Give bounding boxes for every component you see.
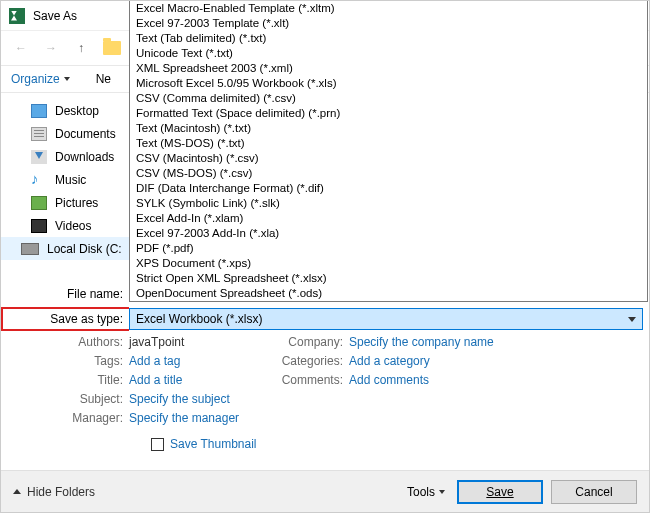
company-value[interactable]: Specify the company name: [349, 335, 494, 349]
savetype-field[interactable]: Excel Workbook (*.xlsx): [129, 308, 643, 330]
sidebar-item-disk[interactable]: Local Disk (C:: [1, 237, 129, 260]
chevron-down-icon: [628, 317, 636, 322]
subject-value[interactable]: Specify the subject: [129, 392, 279, 406]
sidebar-item-label: Local Disk (C:: [47, 242, 122, 256]
folder-icon: [103, 41, 121, 55]
categories-value[interactable]: Add a category: [349, 354, 494, 368]
file-type-option[interactable]: XML Spreadsheet 2003 (*.xml): [130, 61, 647, 76]
chevron-down-icon: [64, 77, 70, 81]
chevron-up-icon: [13, 489, 21, 494]
save-thumbnail-label: Save Thumbnail: [170, 437, 257, 451]
desktop-icon: [31, 104, 47, 118]
organize-button[interactable]: Organize: [11, 72, 70, 86]
sidebar-item-desktop[interactable]: Desktop: [1, 99, 129, 122]
file-type-option[interactable]: Unicode Text (*.txt): [130, 46, 647, 61]
subject-label: Subject:: [1, 392, 129, 406]
tags-value[interactable]: Add a tag: [129, 354, 279, 368]
title-value[interactable]: Add a title: [129, 373, 279, 387]
savetype-label: Save as type:: [1, 307, 129, 331]
authors-label: Authors:: [1, 335, 129, 349]
comments-label: Comments:: [279, 373, 349, 387]
metadata-grid: Authors: javaTpoint Company: Specify the…: [1, 335, 494, 425]
categories-label: Categories:: [279, 354, 349, 368]
comments-value[interactable]: Add comments: [349, 373, 494, 387]
file-type-option[interactable]: Formatted Text (Space delimited) (*.prn): [130, 106, 647, 121]
hide-folders-label: Hide Folders: [27, 485, 95, 499]
file-type-option[interactable]: OpenDocument Spreadsheet (*.ods): [130, 286, 647, 301]
filename-label: File name:: [1, 287, 129, 301]
tags-label: Tags:: [1, 354, 129, 368]
file-type-option[interactable]: DIF (Data Interchange Format) (*.dif): [130, 181, 647, 196]
file-type-option[interactable]: Text (Macintosh) (*.txt): [130, 121, 647, 136]
file-type-option[interactable]: CSV (Macintosh) (*.csv): [130, 151, 647, 166]
sidebar-item-label: Desktop: [55, 104, 99, 118]
manager-label: Manager:: [1, 411, 129, 425]
tools-label: Tools: [407, 485, 435, 499]
save-button[interactable]: Save: [457, 480, 543, 504]
disk-icon: [21, 243, 39, 255]
sidebar-item-label: Documents: [55, 127, 116, 141]
hide-folders-button[interactable]: Hide Folders: [13, 485, 95, 499]
sidebar-item-music[interactable]: Music: [1, 168, 129, 191]
sidebar-item-label: Videos: [55, 219, 91, 233]
docs-icon: [31, 127, 47, 141]
file-type-option[interactable]: CSV (MS-DOS) (*.csv): [130, 166, 647, 181]
sidebar: DesktopDocumentsDownloadsMusicPicturesVi…: [1, 95, 129, 264]
file-type-dropdown[interactable]: Excel Macro-Enabled Template (*.xltm)Exc…: [129, 1, 648, 302]
title-label: Title:: [1, 373, 129, 387]
file-type-option[interactable]: Strict Open XML Spreadsheet (*.xlsx): [130, 271, 647, 286]
excel-icon: [9, 8, 25, 24]
new-folder-button[interactable]: Ne: [96, 72, 111, 86]
savetype-row: Save as type: Excel Workbook (*.xlsx): [1, 307, 649, 331]
chevron-down-icon: [439, 490, 445, 494]
sidebar-item-label: Pictures: [55, 196, 98, 210]
file-type-option[interactable]: Excel Macro-Enabled Template (*.xltm): [130, 1, 647, 16]
file-type-option[interactable]: Excel 97-2003 Template (*.xlt): [130, 16, 647, 31]
save-thumbnail-row[interactable]: Save Thumbnail: [151, 437, 257, 451]
forward-button: →: [39, 36, 63, 60]
file-type-option[interactable]: Excel 97-2003 Add-In (*.xla): [130, 226, 647, 241]
file-type-option[interactable]: Text (Tab delimited) (*.txt): [130, 31, 647, 46]
window-title: Save As: [33, 9, 77, 23]
back-button[interactable]: ←: [9, 36, 33, 60]
save-thumbnail-checkbox[interactable]: [151, 438, 164, 451]
file-type-option[interactable]: XPS Document (*.xps): [130, 256, 647, 271]
sidebar-item-label: Downloads: [55, 150, 114, 164]
authors-value[interactable]: javaTpoint: [129, 335, 279, 349]
footer: Hide Folders Tools Save Cancel: [1, 470, 649, 512]
organize-label: Organize: [11, 72, 60, 86]
vids-icon: [31, 219, 47, 233]
manager-value[interactable]: Specify the manager: [129, 411, 279, 425]
tools-button[interactable]: Tools: [407, 485, 445, 499]
savetype-value: Excel Workbook (*.xlsx): [136, 312, 262, 326]
file-type-option[interactable]: Microsoft Excel 5.0/95 Workbook (*.xls): [130, 76, 647, 91]
sidebar-item-pics[interactable]: Pictures: [1, 191, 129, 214]
down-icon: [31, 150, 47, 164]
up-button[interactable]: ↑: [69, 36, 93, 60]
company-label: Company:: [279, 335, 349, 349]
sidebar-item-down[interactable]: Downloads: [1, 145, 129, 168]
sidebar-item-docs[interactable]: Documents: [1, 122, 129, 145]
file-type-option[interactable]: CSV (Comma delimited) (*.csv): [130, 91, 647, 106]
file-type-option[interactable]: PDF (*.pdf): [130, 241, 647, 256]
music-icon: [31, 173, 47, 187]
cancel-button[interactable]: Cancel: [551, 480, 637, 504]
file-type-option[interactable]: Text (MS-DOS) (*.txt): [130, 136, 647, 151]
file-type-option[interactable]: SYLK (Symbolic Link) (*.slk): [130, 196, 647, 211]
pics-icon: [31, 196, 47, 210]
sidebar-item-vids[interactable]: Videos: [1, 214, 129, 237]
sidebar-item-label: Music: [55, 173, 86, 187]
file-type-option[interactable]: Excel Add-In (*.xlam): [130, 211, 647, 226]
